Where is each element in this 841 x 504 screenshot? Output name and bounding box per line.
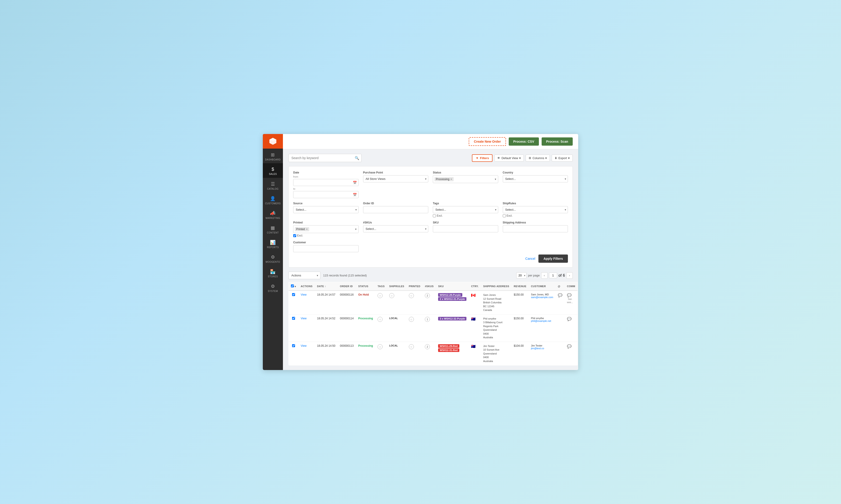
status-input-wrap[interactable]: Processing ✕ ▾ xyxy=(433,175,498,183)
sidebar-item-content[interactable]: ▦ CONTENT xyxy=(263,222,283,236)
cell-sku: WSH12-28-Purple2 x WSH12-31-Purple xyxy=(436,291,469,314)
printed-dropdown-arrow[interactable]: ▾ xyxy=(355,228,357,231)
cell-at: 💬 xyxy=(555,291,565,314)
cell-customer: Jim Testerjim@test.co xyxy=(529,342,555,365)
sidebar-item-customers[interactable]: 👤 CUSTOMERS xyxy=(263,193,283,207)
sidebar-item-dashboard[interactable]: ⊞ DASHBOARD xyxy=(263,149,283,163)
tags-label: Tags xyxy=(433,202,498,205)
purchase-point-select[interactable]: All Store Views xyxy=(363,175,429,182)
sidebar-item-label: MOOGENTO xyxy=(265,261,280,263)
printed-excl-wrap: Excl. xyxy=(293,234,359,237)
country-select[interactable]: Select... xyxy=(503,175,568,182)
select-all-checkbox[interactable] xyxy=(291,284,294,287)
table-row: View18.05.24 14:57000000116On Hold○○○2WS… xyxy=(289,291,578,314)
default-view-label: Default View xyxy=(501,156,518,160)
sidebar-item-moogento[interactable]: ⚙ MOOGENTO xyxy=(263,251,283,266)
cell-actions: View xyxy=(298,291,315,314)
view-link[interactable]: View xyxy=(301,293,307,296)
printed-input-wrap[interactable]: Printed ✕ ▾ xyxy=(293,225,359,233)
columns-button[interactable]: ⚙ Columns ▾ xyxy=(526,155,550,162)
apply-filters-button[interactable]: Apply Filters xyxy=(538,254,568,263)
sidebar-item-stores[interactable]: 🏪 STORES xyxy=(263,266,283,280)
actions-select[interactable]: Actions xyxy=(288,272,321,279)
sidebar-item-label: SYSTEM xyxy=(268,290,278,292)
cell-actions: View xyxy=(298,342,315,365)
sidebar-item-catalog[interactable]: ☰ CATALOG xyxy=(263,178,283,193)
cell-tags: ○ xyxy=(375,342,387,365)
filter-group-date: Date from 📅 to 📅 xyxy=(293,171,359,198)
cell-sku: 3 x WSH12-32-Purple xyxy=(436,314,469,342)
country-label: Country xyxy=(503,171,568,174)
cancel-filters-button[interactable]: Cancel xyxy=(526,257,535,260)
cell-customer: Phil smythephil@example.net xyxy=(529,314,555,342)
filter-row-2: Source Select... Order ID xyxy=(293,202,568,217)
data-table: ▾ ACTIONS DATE ↑ ORDER ID STATUS TAGS SH… xyxy=(288,282,578,365)
page-total: 6 xyxy=(563,273,565,277)
date-to-input[interactable] xyxy=(293,191,359,198)
filter-group-printed: Printed Printed ✕ ▾ Excl. xyxy=(293,221,359,237)
export-button[interactable]: ⬇ Export ▾ xyxy=(552,155,573,162)
skus-select-wrap: Select... xyxy=(363,225,429,232)
filter-group-country: Country Select... xyxy=(503,171,568,198)
country-select-wrap: Select... xyxy=(503,175,568,182)
cell-actions: View xyxy=(298,314,315,342)
records-info: 115 records found (115 selected) xyxy=(323,274,367,277)
row-checkbox[interactable] xyxy=(292,293,295,296)
sidebar-item-reports[interactable]: 📊 REPORTS xyxy=(263,236,283,251)
actions-select-wrap: Actions xyxy=(288,272,321,279)
sidebar-item-system[interactable]: ⚙ SYSTEM xyxy=(263,280,283,295)
next-page-button[interactable]: › xyxy=(566,272,573,279)
cell-skus-count: 1 xyxy=(423,314,436,342)
skus-label: #SKUs xyxy=(363,221,429,224)
status-dropdown-arrow[interactable]: ▾ xyxy=(495,178,496,181)
cell-shipping-address: Jim Tester 10 Sunset Ave Queensland 0400… xyxy=(481,342,512,365)
skus-select[interactable]: Select... xyxy=(363,225,429,232)
sku-input[interactable] xyxy=(433,225,498,232)
customer-input[interactable] xyxy=(293,245,359,252)
th-date[interactable]: DATE ↑ xyxy=(315,282,338,291)
status-tag-remove[interactable]: ✕ xyxy=(450,178,452,181)
tags-excl-checkbox[interactable] xyxy=(433,214,436,217)
sidebar-item-sales[interactable]: $ SALES xyxy=(263,163,283,178)
cell-tags: ○ xyxy=(375,314,387,342)
tags-select[interactable]: Select... xyxy=(433,206,498,213)
row-checkbox[interactable] xyxy=(292,317,295,320)
search-input[interactable] xyxy=(288,154,362,162)
eye-icon: 👁 xyxy=(497,156,500,160)
shiprules-excl-checkbox[interactable] xyxy=(503,214,506,217)
filter-group-status: Status Processing ✕ ▾ xyxy=(433,171,498,198)
per-page-label: per page xyxy=(528,274,539,277)
printed-excl-checkbox[interactable] xyxy=(293,234,296,237)
page-input[interactable] xyxy=(549,272,557,278)
customers-icon: 👤 xyxy=(270,196,276,201)
date-from-input[interactable] xyxy=(293,179,359,186)
cell-shipping-address: Phil smythe 3 Billabong Court Regents Pa… xyxy=(481,314,512,342)
shiprules-select[interactable]: Select... xyxy=(503,206,568,213)
order-id-input[interactable] xyxy=(363,206,429,213)
logo[interactable] xyxy=(263,134,283,149)
process-csv-button[interactable]: Process: CSV xyxy=(509,138,539,146)
chevron-down-icon[interactable]: ▾ xyxy=(295,285,296,288)
shipping-address-input[interactable] xyxy=(503,225,568,232)
process-scan-button[interactable]: Process: Scan xyxy=(542,138,573,146)
th-printed: PRINTED xyxy=(407,282,423,291)
cell-shiprules: LOCAL xyxy=(387,342,407,365)
country-flag-icon: 🇨🇦 xyxy=(471,293,476,297)
toolbar-right: ▼ Filters 👁 Default View ▾ ⚙ Columns ▾ xyxy=(472,154,573,162)
view-link[interactable]: View xyxy=(301,317,307,320)
per-page-select[interactable]: 20 xyxy=(516,272,527,278)
printed-tag-remove[interactable]: ✕ xyxy=(306,228,308,231)
create-new-order-button[interactable]: Create New Order xyxy=(469,137,506,146)
view-link[interactable]: View xyxy=(301,344,307,347)
default-view-button[interactable]: 👁 Default View ▾ xyxy=(494,155,524,162)
row-checkbox[interactable] xyxy=(292,344,295,347)
chevron-down-icon: ▾ xyxy=(568,156,570,160)
table-header-row: ▾ ACTIONS DATE ↑ ORDER ID STATUS TAGS SH… xyxy=(289,282,578,291)
sidebar-item-label: DASHBOARD xyxy=(265,158,281,161)
source-select[interactable]: Select... xyxy=(293,206,359,213)
prev-page-button[interactable]: ‹ xyxy=(541,272,548,279)
sku-tag: WSH12-28-Purple xyxy=(438,293,462,297)
filters-button[interactable]: ▼ Filters xyxy=(472,154,493,162)
sidebar-item-marketing[interactable]: 📣 MARKETING xyxy=(263,207,283,222)
filter-group-tags: Tags Select... Excl. xyxy=(433,202,498,217)
